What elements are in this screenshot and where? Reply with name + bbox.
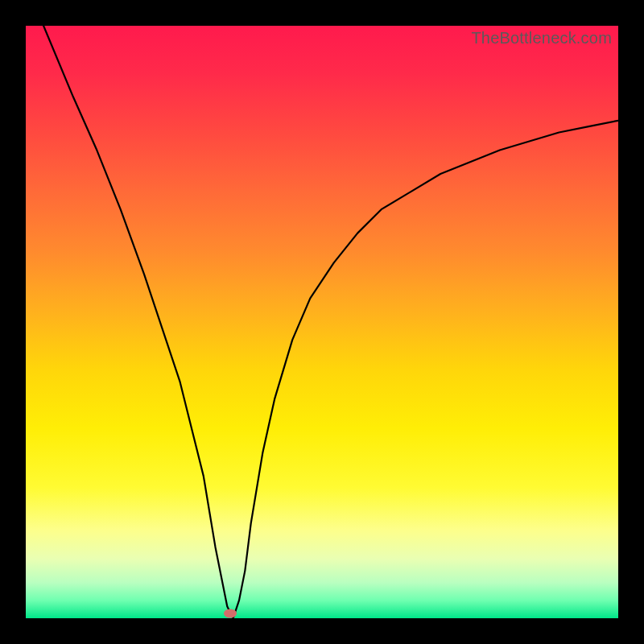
curve-svg <box>26 26 618 618</box>
optimum-marker <box>224 609 237 618</box>
bottleneck-curve <box>43 26 618 618</box>
chart-frame: TheBottleneck.com <box>0 0 644 644</box>
plot-area: TheBottleneck.com <box>26 26 618 618</box>
